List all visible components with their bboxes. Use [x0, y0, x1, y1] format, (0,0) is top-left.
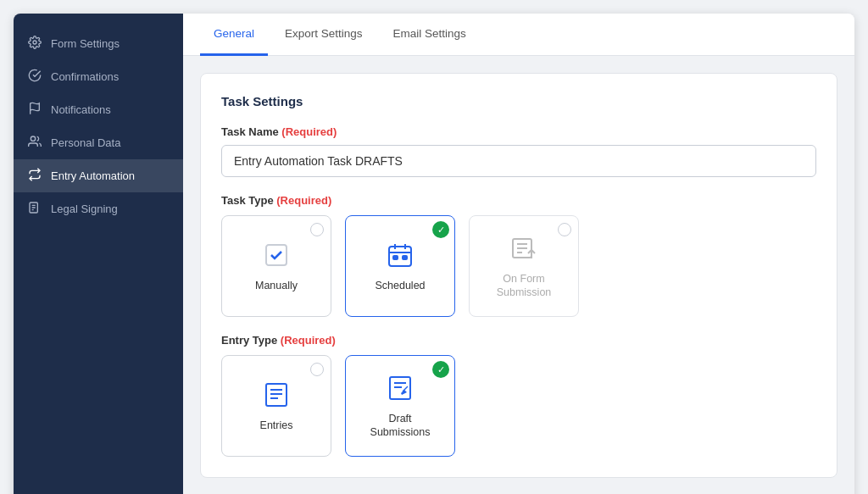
card-title: Task Settings	[221, 94, 816, 108]
svg-rect-12	[393, 256, 398, 259]
scheduled-label: Scheduled	[375, 279, 425, 292]
task-type-section: Task Type (Required)	[221, 194, 816, 317]
sidebar-item-label: Personal Data	[51, 136, 120, 149]
sidebar-item-entry-automation[interactable]: Entry Automation	[14, 159, 183, 192]
radio-entries	[310, 363, 324, 376]
task-name-label: Task Name (Required)	[221, 125, 816, 138]
edit-icon	[27, 201, 42, 217]
entries-icon	[261, 380, 292, 410]
svg-rect-7	[266, 245, 287, 265]
svg-rect-8	[389, 247, 411, 266]
check-circle-icon	[27, 69, 42, 85]
sidebar-item-form-settings[interactable]: Form Settings	[14, 27, 183, 60]
gear-icon	[27, 36, 42, 52]
automation-icon	[27, 168, 42, 184]
sidebar-item-personal-data[interactable]: Personal Data	[14, 126, 183, 159]
check-scheduled: ✓	[432, 221, 449, 238]
sidebar-item-label: Entry Automation	[51, 169, 135, 182]
svg-rect-13	[403, 256, 407, 259]
tab-bar: General Export Settings Email Settings	[183, 14, 854, 56]
sidebar-item-legal-signing[interactable]: Legal Signing	[14, 192, 183, 225]
sidebar-item-label: Confirmations	[51, 70, 119, 83]
sidebar-item-label: Notifications	[51, 103, 111, 116]
sidebar-item-confirmations[interactable]: Confirmations	[14, 60, 183, 93]
entry-type-entries[interactable]: Entries	[221, 355, 331, 457]
sidebar-item-notifications[interactable]: Notifications	[14, 93, 183, 126]
scheduled-icon	[385, 240, 415, 270]
tab-general[interactable]: General	[200, 14, 268, 56]
users-icon	[27, 135, 42, 151]
sidebar: Form Settings Confirmations Notification…	[14, 14, 183, 494]
task-settings-card: Task Settings Task Name (Required) Task …	[200, 73, 837, 478]
manually-label: Manually	[255, 279, 298, 292]
entries-label: Entries	[260, 419, 293, 432]
form-submission-icon	[509, 233, 539, 264]
entry-type-cards: Entries ✓	[221, 355, 816, 457]
radio-form-submission	[558, 223, 571, 236]
task-type-label: Task Type (Required)	[221, 194, 816, 207]
tab-email-settings[interactable]: Email Settings	[380, 14, 480, 56]
manually-icon	[261, 240, 292, 270]
entry-type-label: Entry Type (Required)	[221, 334, 816, 347]
draft-icon	[385, 373, 415, 403]
svg-point-2	[31, 136, 35, 141]
sidebar-item-label: Legal Signing	[51, 203, 118, 215]
content-panel: Task Settings Task Name (Required) Task …	[183, 56, 854, 494]
draft-label: DraftSubmissions	[370, 412, 431, 440]
radio-manually	[310, 223, 324, 236]
task-type-scheduled[interactable]: ✓ Schedu	[345, 215, 455, 317]
app-container: Form Settings Confirmations Notification…	[14, 14, 854, 494]
main-content: General Export Settings Email Settings T…	[183, 14, 854, 494]
entry-type-section: Entry Type (Required)	[221, 334, 816, 457]
form-submission-label: On FormSubmission	[497, 272, 552, 300]
tab-export-settings[interactable]: Export Settings	[271, 14, 376, 56]
check-draft: ✓	[432, 361, 449, 378]
task-type-cards: Manually ✓	[221, 215, 816, 317]
flag-icon	[27, 102, 42, 118]
sidebar-item-label: Form Settings	[51, 37, 120, 50]
task-type-manually[interactable]: Manually	[221, 215, 331, 317]
task-type-on-form-submission: On FormSubmission	[469, 215, 579, 317]
entry-type-draft-submissions[interactable]: ✓ DraftSubmissions	[345, 355, 455, 457]
svg-point-0	[33, 41, 36, 44]
task-name-input[interactable]	[221, 145, 816, 177]
